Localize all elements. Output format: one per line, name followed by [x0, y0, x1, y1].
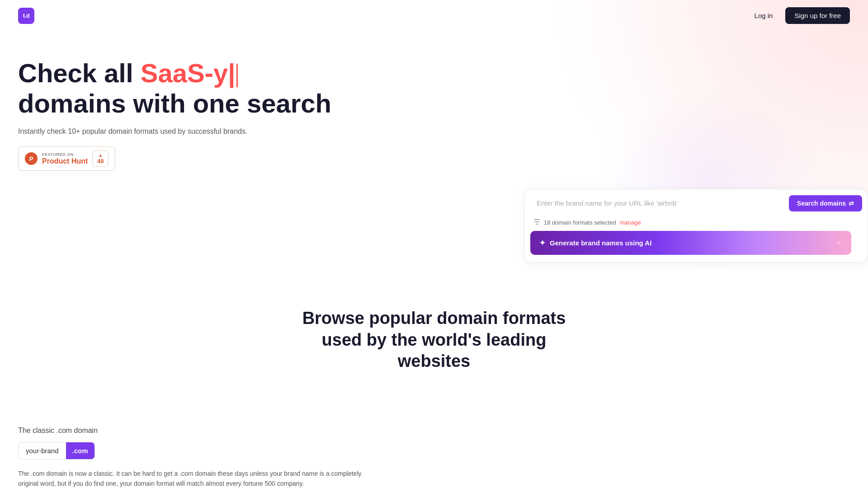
- ph-text: FEATURED ON Product Hunt: [42, 152, 88, 165]
- ai-button-left: ✦ Generate brand names using AI: [539, 239, 651, 247]
- domain-section: The classic .com domain your-brand .com …: [0, 427, 407, 488]
- cursor: [236, 64, 238, 87]
- filter-manage-button[interactable]: manage: [620, 219, 641, 226]
- sparkle-icon: ✦: [539, 239, 545, 247]
- domain-description: The .com domain is now a classic. It can…: [18, 469, 371, 488]
- search-button-label: Search domains: [797, 200, 846, 207]
- domain-base: your-brand: [19, 442, 66, 459]
- domain-section-label: The classic .com domain: [18, 427, 389, 435]
- ph-vote-count: 48: [97, 158, 104, 164]
- search-container: Search domains ⇄ 18 domain formats selec…: [524, 189, 868, 263]
- hero-heading-prefix: Check all: [18, 58, 141, 88]
- hero-heading: Check all SaaS-y| domains with one searc…: [18, 58, 524, 118]
- filter-row: 18 domain formats selected manage: [530, 216, 862, 229]
- hero-heading-suffix: domains with one search: [18, 89, 331, 118]
- browse-heading: Browse popular domain formats used by th…: [298, 308, 570, 372]
- hero-heading-highlight: SaaS-y|: [141, 58, 236, 88]
- ph-logo-icon: P: [25, 152, 38, 165]
- ai-button-label: Generate brand names using AI: [550, 239, 651, 247]
- ph-upvote-icon: ▲: [98, 153, 103, 158]
- browse-section: Browse popular domain formats used by th…: [0, 263, 868, 427]
- arrow-right-icon: →: [834, 238, 842, 248]
- ph-name: Product Hunt: [42, 157, 88, 165]
- signup-button[interactable]: Sign up for free: [785, 7, 850, 24]
- hero-subtitle: Instantly check 10+ popular domain forma…: [18, 127, 524, 136]
- navbar: t.d Log in Sign up for free: [0, 0, 868, 31]
- filter-text: 18 domain formats selected: [544, 219, 616, 226]
- search-arrows-icon: ⇄: [849, 200, 854, 207]
- search-input[interactable]: [530, 195, 785, 211]
- product-hunt-badge[interactable]: P FEATURED ON Product Hunt ▲ 48: [18, 146, 115, 171]
- logo-icon: t.d: [18, 8, 34, 24]
- search-button[interactable]: Search domains ⇄: [789, 195, 862, 211]
- logo[interactable]: t.d: [18, 8, 34, 24]
- ph-featured-label: FEATURED ON: [42, 152, 88, 157]
- ph-votes: ▲ 48: [92, 150, 108, 167]
- domain-extension: .com: [66, 442, 94, 459]
- nav-actions: Log in Sign up for free: [749, 7, 850, 24]
- search-row: Search domains ⇄: [530, 195, 862, 211]
- ai-generate-button[interactable]: ✦ Generate brand names using AI →: [530, 231, 851, 255]
- hero-section: Check all SaaS-y| domains with one searc…: [0, 31, 542, 171]
- domain-example: your-brand .com: [18, 442, 95, 460]
- login-button[interactable]: Log in: [749, 8, 778, 23]
- filter-icon: [534, 219, 540, 226]
